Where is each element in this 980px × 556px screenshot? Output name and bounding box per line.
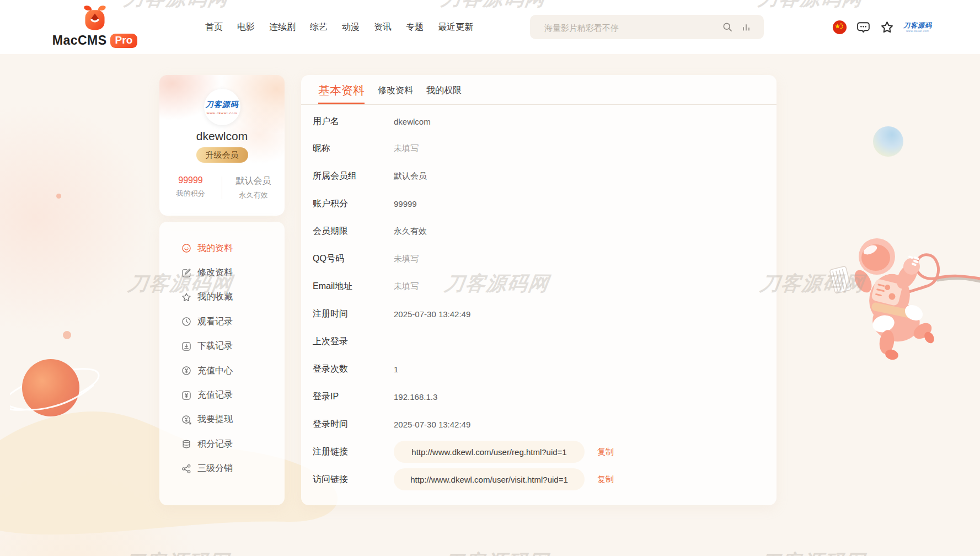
sidebar-item-label: 积分记录 (197, 439, 233, 450)
member-group-value: 默认会员 (222, 175, 285, 187)
decor-dot (63, 331, 71, 339)
field-value: 未填写 (394, 281, 419, 292)
field-row: 账户积分99999 (301, 193, 776, 215)
profile-stats: 99999 我的积分 默认会员 永久有效 (159, 175, 285, 200)
sidebar-item-5[interactable]: 充值中心 (159, 359, 285, 383)
field-row: 登录时间2025-07-30 13:42:49 (301, 413, 776, 435)
field-label: 登录次数 (313, 363, 348, 375)
astronaut-illustration (824, 229, 980, 375)
sidebar-item-6[interactable]: 充值记录 (159, 383, 285, 407)
clock-icon (181, 316, 192, 327)
field-row: Email地址未填写 (301, 276, 776, 298)
sidebar-menu-card: 我的资料修改资料我的收藏观看记录下载记录充值中心充值记录我要提现积分记录三级分销 (159, 222, 285, 505)
nav-item[interactable]: 资讯 (374, 22, 392, 33)
main-nav: 首页电影连续剧综艺动漫资讯专题最近更新 (205, 0, 473, 54)
copy-button[interactable]: 复制 (597, 447, 614, 457)
link-row: 注册链接http://www.dkewl.com/user/reg.html?u… (301, 441, 776, 463)
sidebar-item-label: 观看记录 (197, 316, 233, 328)
nav-item[interactable]: 连续剧 (269, 22, 296, 33)
link-url-pill[interactable]: http://www.dkewl.com/user/visit.html?uid… (394, 468, 585, 490)
search-bar (530, 15, 764, 39)
planet-decoration (10, 348, 104, 435)
star-icon (181, 292, 192, 303)
nav-item[interactable]: 首页 (205, 22, 223, 33)
recharge-center-icon (181, 365, 192, 376)
recharge-record-icon (181, 390, 192, 401)
nav-item[interactable]: 动漫 (342, 22, 360, 33)
username: dkewlcom (159, 130, 285, 143)
sidebar-item-label: 三级分销 (197, 463, 233, 474)
search-icon[interactable] (722, 22, 733, 33)
nav-item[interactable]: 最近更新 (438, 22, 473, 33)
field-value: 未填写 (394, 254, 419, 264)
avatar[interactable]: 刀客源码 www.dkewl.com (204, 89, 240, 125)
field-value: 1 (394, 365, 398, 374)
sidebar-item-4[interactable]: 下载记录 (159, 334, 285, 359)
field-row: 登录次数1 (301, 359, 776, 381)
share-icon (181, 463, 192, 474)
field-label: 登录时间 (313, 419, 348, 430)
dkewl-site-logo[interactable]: 刀客源码 www.dkewl.com (903, 22, 932, 33)
edit-icon (181, 268, 192, 279)
field-row: 所属会员组默认会员 (301, 165, 776, 188)
nav-item[interactable]: 综艺 (310, 22, 328, 33)
field-value: 2025-07-30 13:42:49 (394, 420, 470, 429)
field-label: 所属会员组 (313, 170, 357, 182)
sidebar-item-8[interactable]: 积分记录 (159, 432, 285, 456)
link-row: 访问链接http://www.dkewl.com/user/visit.html… (301, 468, 776, 490)
ranking-bars-icon[interactable] (741, 22, 752, 33)
copy-button[interactable]: 复制 (597, 474, 614, 485)
tab-2[interactable]: 我的权限 (426, 85, 462, 104)
link-url-pill[interactable]: http://www.dkewl.com/user/reg.html?uid=1 (394, 441, 585, 463)
field-label: QQ号码 (313, 253, 344, 265)
decor-dot (56, 194, 61, 199)
sidebar-item-0[interactable]: 我的资料 (159, 236, 285, 260)
field-row: 登录IP192.168.1.3 (301, 386, 776, 408)
maccms-fruit-icon (82, 3, 108, 32)
dkewl-logo-subtext: www.dkewl.com (906, 30, 929, 33)
header-actions: 刀客源码 www.dkewl.com (832, 0, 932, 54)
tab-0[interactable]: 基本资料 (318, 83, 365, 104)
sidebar-item-3[interactable]: 观看记录 (159, 309, 285, 334)
sidebar-item-1[interactable]: 修改资料 (159, 260, 285, 285)
profile-detail-card: 基本资料修改资料我的权限 用户名dkewlcom昵称未填写所属会员组默认会员账户… (301, 75, 776, 505)
upgrade-member-button[interactable]: 升级会员 (196, 147, 248, 163)
points-label: 我的积分 (159, 189, 222, 199)
dkewl-logo-text: 刀客源码 (903, 22, 932, 29)
page: MacCMS Pro 首页电影连续剧综艺动漫资讯专题最近更新 (0, 0, 980, 556)
top-navigation-bar: MacCMS Pro 首页电影连续剧综艺动漫资讯专题最近更新 (0, 0, 980, 54)
site-logo[interactable]: MacCMS Pro (53, 3, 137, 48)
field-value: dkewlcom (394, 117, 431, 126)
sidebar-item-2[interactable]: 我的收藏 (159, 285, 285, 309)
download-icon (181, 341, 192, 352)
sidebar-item-label: 修改资料 (197, 267, 233, 279)
field-label: 用户名 (313, 116, 339, 127)
sidebar-item-9[interactable]: 三级分销 (159, 457, 285, 481)
sidebar-item-label: 充值记录 (197, 389, 233, 401)
watermark-text: 刀客源码网 (442, 549, 550, 556)
field-value: 192.168.1.3 (394, 392, 437, 402)
field-row: 用户名dkewlcom (301, 110, 776, 132)
avatar-logo-text: 刀客源码 (206, 100, 239, 110)
favorites-star-icon[interactable] (880, 20, 895, 35)
brand-pro-badge: Pro (110, 34, 138, 48)
messages-icon[interactable] (856, 20, 871, 35)
nav-item[interactable]: 电影 (237, 22, 255, 33)
field-label: Email地址 (313, 281, 352, 292)
sidebar-item-7[interactable]: 我要提现 (159, 408, 285, 432)
field-label: 会员期限 (313, 226, 348, 237)
blue-sphere-decoration (873, 126, 903, 157)
sidebar-item-label: 我的收藏 (197, 291, 233, 303)
sidebar-item-label: 我的资料 (197, 243, 233, 254)
withdraw-icon (181, 414, 192, 425)
search-input[interactable] (543, 15, 700, 40)
profile-smiley-icon (181, 243, 192, 254)
tab-1[interactable]: 修改资料 (378, 85, 413, 104)
nav-item[interactable]: 专题 (406, 22, 424, 33)
field-label: 上次登录 (313, 336, 348, 348)
field-row: 昵称未填写 (301, 138, 776, 160)
points-record-icon (181, 439, 192, 450)
field-row: 上次登录 (301, 331, 776, 353)
field-value: 默认会员 (394, 171, 427, 181)
china-flag-icon[interactable] (832, 20, 847, 35)
